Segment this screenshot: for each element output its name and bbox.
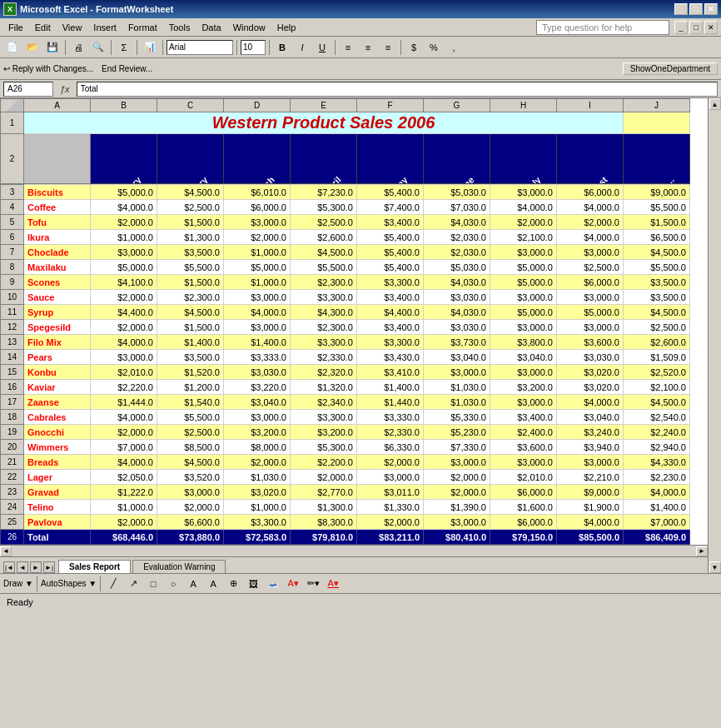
data-cell[interactable]: $5,000.0 (490, 305, 557, 320)
product-name[interactable]: Pears (24, 350, 91, 365)
data-cell[interactable]: $2,000.0 (91, 320, 157, 335)
sum-button[interactable]: Σ (115, 38, 133, 57)
data-cell[interactable]: $1,540.0 (157, 395, 224, 410)
data-cell[interactable]: $3,333.0 (224, 350, 291, 365)
data-cell[interactable]: $4,000.0 (557, 200, 624, 215)
data-cell[interactable]: $4,300.0 (291, 305, 357, 320)
col-header-d[interactable]: D (224, 99, 291, 112)
menu-view[interactable]: View (57, 21, 87, 34)
menu-edit[interactable]: Edit (30, 21, 56, 34)
bold-button[interactable]: B (273, 38, 291, 57)
product-name[interactable]: Ikura (24, 230, 91, 245)
clipart-button[interactable]: 🖼 (244, 575, 262, 593)
data-cell[interactable]: $4,400.0 (357, 305, 424, 320)
rect-button[interactable]: □ (144, 575, 162, 593)
data-cell[interactable]: $2,000.0 (291, 470, 357, 485)
data-cell[interactable]: $3,030.0 (424, 290, 490, 305)
save-button[interactable]: 💾 (43, 38, 62, 57)
data-cell[interactable]: $3,300.0 (291, 290, 357, 305)
data-cell[interactable]: $3,000.0 (224, 410, 291, 425)
data-cell[interactable]: $4,500.0 (157, 455, 224, 470)
row-number[interactable]: 8 (1, 260, 24, 275)
row-num-2[interactable]: 2 (1, 134, 24, 184)
data-cell[interactable]: $3,000.0 (424, 455, 490, 470)
product-name[interactable]: Telino (24, 500, 91, 515)
fill-color-button[interactable]: A▾ (284, 575, 302, 593)
data-cell[interactable]: $3,200.0 (291, 425, 357, 440)
data-cell[interactable]: $9,000.0 (624, 185, 690, 200)
data-cell[interactable]: $5,000.0 (490, 275, 557, 290)
data-cell[interactable]: $2,300.0 (157, 290, 224, 305)
data-cell[interactable]: $6,600.0 (157, 515, 224, 530)
data-cell[interactable]: $3,220.0 (224, 380, 291, 395)
cell-reference-box[interactable]: A26 (3, 82, 53, 97)
data-cell[interactable]: $3,300.0 (291, 335, 357, 350)
wordart-button[interactable]: A (204, 575, 222, 593)
product-name[interactable]: Choclade (24, 245, 91, 260)
data-cell[interactable]: $4,000.0 (557, 395, 624, 410)
cell-j1[interactable] (624, 112, 690, 134)
data-cell[interactable]: $3,000.0 (557, 290, 624, 305)
menu-restore-button[interactable]: □ (689, 21, 703, 34)
data-cell[interactable]: $4,000.0 (91, 200, 157, 215)
data-cell[interactable]: $2,000.0 (91, 215, 157, 230)
data-cell[interactable]: $3,040.0 (490, 350, 557, 365)
data-cell[interactable]: $1,900.0 (557, 500, 624, 515)
help-search-box[interactable]: Type question for help (536, 20, 669, 35)
col-header-h[interactable]: H (490, 99, 557, 112)
scroll-down-button[interactable]: ▼ (709, 561, 721, 573)
product-name[interactable]: Tofu (24, 215, 91, 230)
data-cell[interactable]: $1,000.0 (224, 500, 291, 515)
data-cell[interactable]: $2,000.0 (91, 515, 157, 530)
row-number[interactable]: 25 (1, 515, 24, 530)
data-cell[interactable]: $3,000.0 (557, 455, 624, 470)
data-cell[interactable]: $2,330.0 (291, 350, 357, 365)
row-number[interactable]: 6 (1, 230, 24, 245)
data-cell[interactable]: $4,000.0 (557, 515, 624, 530)
open-button[interactable]: 📂 (23, 38, 42, 57)
data-cell[interactable]: $2,000.0 (224, 455, 291, 470)
data-cell[interactable]: $5,000.0 (557, 305, 624, 320)
font-size-selector[interactable] (241, 40, 266, 55)
product-name[interactable]: Spegesild (24, 320, 91, 335)
data-cell[interactable]: $2,000.0 (424, 485, 490, 500)
product-name[interactable]: Wimmers (24, 440, 91, 455)
data-cell[interactable]: $6,000.0 (557, 275, 624, 290)
product-name[interactable]: Konbu (24, 365, 91, 380)
data-cell[interactable]: $5,500.0 (624, 200, 690, 215)
data-cell[interactable]: $4,500.0 (157, 305, 224, 320)
chart-button[interactable]: 📊 (141, 38, 159, 57)
data-cell[interactable]: $1,500.0 (157, 215, 224, 230)
data-cell[interactable]: $2,050.0 (91, 470, 157, 485)
data-cell[interactable]: $3,400.0 (357, 290, 424, 305)
data-cell[interactable]: $3,020.0 (557, 380, 624, 395)
data-cell[interactable]: $8,500.0 (157, 440, 224, 455)
font-selector[interactable] (167, 40, 233, 55)
data-cell[interactable]: $7,030.0 (424, 200, 490, 215)
data-cell[interactable]: $1,500.0 (624, 215, 690, 230)
data-cell[interactable]: $1,520.0 (157, 365, 224, 380)
data-cell[interactable]: $6,000.0 (490, 485, 557, 500)
data-cell[interactable]: $3,040.0 (557, 410, 624, 425)
data-cell[interactable]: $2,000.0 (490, 215, 557, 230)
data-cell[interactable]: $1,400.0 (624, 500, 690, 515)
data-cell[interactable]: $3,330.0 (357, 410, 424, 425)
data-cell[interactable]: $2,300.0 (291, 275, 357, 290)
data-cell[interactable]: $6,500.0 (624, 230, 690, 245)
italic-button[interactable]: I (293, 38, 311, 57)
data-cell[interactable]: $2,500.0 (157, 425, 224, 440)
data-cell[interactable]: $3,030.0 (424, 320, 490, 335)
autoshapes-label[interactable]: AutoShapes ▼ (41, 579, 97, 588)
data-cell[interactable]: $1,500.0 (157, 320, 224, 335)
data-cell[interactable]: $5,000.0 (490, 260, 557, 275)
data-cell[interactable]: $2,000.0 (91, 425, 157, 440)
preview-button[interactable]: 🔍 (89, 38, 107, 57)
row-number[interactable]: 15 (1, 365, 24, 380)
data-cell[interactable]: $2,340.0 (291, 395, 357, 410)
data-cell[interactable]: $2,300.0 (291, 320, 357, 335)
data-cell[interactable]: $5,500.0 (157, 410, 224, 425)
data-cell[interactable]: $2,330.0 (357, 425, 424, 440)
col-header-j[interactable]: J (624, 99, 690, 112)
data-cell[interactable]: $2,500.0 (624, 320, 690, 335)
row-num-1[interactable]: 1 (1, 112, 24, 134)
